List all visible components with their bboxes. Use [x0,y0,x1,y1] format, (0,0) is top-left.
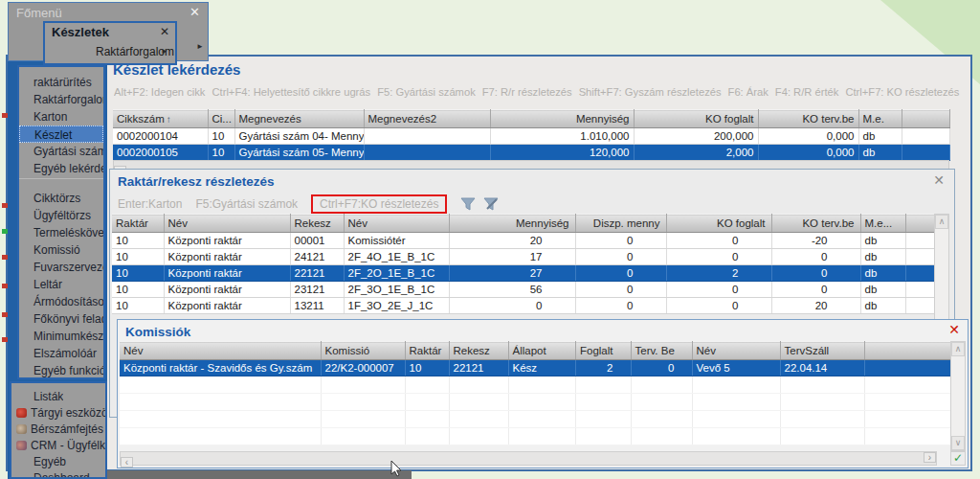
table-cell[interactable]: 10 [112,298,164,314]
table-cell[interactable]: db [860,265,905,282]
table-cell[interactable]: 0 [575,249,666,265]
sidebar-item[interactable]: Minimumkészle [19,328,103,345]
table-cell[interactable]: 2F_3O_1E_B_1C [344,282,449,298]
table-cell[interactable]: 24121 [290,249,344,265]
table-cell[interactable]: db [860,298,905,314]
table-cell[interactable]: 0 [575,233,666,249]
table-cell[interactable]: 1.010,000 [490,128,634,145]
table-cell[interactable] [905,265,935,282]
table-cell[interactable]: Központi raktár [164,249,290,265]
table-cell[interactable]: 0 [666,233,771,249]
column-header[interactable]: Raktár [112,215,164,233]
column-header[interactable]: Név [164,215,290,233]
column-header[interactable]: Megnevezés2 [364,110,490,128]
table-cell[interactable]: 0 [666,249,771,265]
column-header[interactable]: Foglalt [575,342,631,360]
table-cell[interactable]: db [858,145,902,161]
table-cell[interactable]: 2F_4O_1E_B_1C [344,249,449,265]
clear-filter-icon[interactable] [483,197,499,211]
table-cell[interactable]: Központi raktár [164,282,290,298]
sidebar-item-dashboard[interactable]: Dashboard [11,469,105,479]
column-header[interactable]: Komissió [321,342,405,360]
table-cell[interactable]: Központi raktár [164,298,290,314]
table-cell[interactable]: 22/K2-000007 [321,360,405,376]
column-header[interactable]: Mennyiség [490,110,634,128]
table-cell[interactable]: 20 [771,298,860,314]
sidebar-item[interactable]: Komissió [19,241,103,259]
table-cell[interactable] [364,145,490,161]
table-cell[interactable]: 0002000104 [113,128,208,145]
table-cell[interactable]: 200,000 [634,128,758,145]
table-row[interactable]: Központi raktár - Szavidős és Gy.szám22/… [120,360,954,376]
table-cell[interactable]: 2F_2O_1E_B_1C [344,265,449,282]
column-header[interactable]: Terv. Be [631,342,692,360]
column-header[interactable]: Rekesz [290,215,344,233]
sidebar-item-listak[interactable]: Listák [11,388,105,404]
table-cell[interactable]: Központi raktár [164,233,290,249]
table-cell[interactable] [902,145,949,161]
table-cell[interactable]: 56 [449,282,575,298]
table-row[interactable]: 10Központi raktár221212F_2O_1E_B_1C27020… [112,265,935,282]
scroll-right-button[interactable]: › [924,452,936,463]
table-cell[interactable]: 10 [112,249,164,265]
column-header[interactable]: Diszp. menny [575,215,666,233]
table-cell[interactable]: 10 [405,360,449,376]
table-cell[interactable]: 23121 [290,282,344,298]
sidebar-item[interactable]: Ármódosítások [19,293,103,310]
table-cell[interactable]: 2,000 [634,145,758,161]
table-cell[interactable]: db [860,249,905,265]
column-header[interactable]: Állapot [508,342,575,360]
table-cell[interactable]: Komissiótér [344,233,449,249]
column-header[interactable]: M.e... [860,215,905,233]
table-row[interactable]: 10Központi raktár241212F_4O_1E_B_1C17000… [112,249,935,265]
table-cell[interactable]: 0 [771,265,860,282]
sidebar-item-targyi-eszkozok[interactable]: Tárgyi eszközök [11,404,105,421]
table-cell[interactable]: 0 [666,282,771,298]
table-cell[interactable]: 0 [631,360,692,376]
scroll-down-button[interactable]: ∨ [951,436,965,450]
table-cell[interactable]: db [860,233,905,249]
column-header[interactable]: KO terv.be [771,215,860,233]
scroll-left-button[interactable]: ‹ [121,457,133,468]
table-cell[interactable] [864,360,954,376]
column-header[interactable]: KO terv.be [758,110,858,128]
close-icon[interactable]: ✕ [948,322,960,337]
table-cell[interactable]: 0 [771,249,860,265]
column-header[interactable]: Raktár [405,342,449,360]
column-header[interactable]: Név [344,215,449,233]
table-cell[interactable] [902,128,949,145]
vertical-scrollbar[interactable]: ∧ ∨ [950,341,966,451]
table-cell[interactable]: 0 [575,282,666,298]
column-header[interactable]: Ci... [208,110,234,128]
table-row[interactable]: 000200010510Gyártási szám 05- Menny120,0… [113,145,949,161]
table-cell[interactable]: Gyártási szám 04- Menny [234,128,364,145]
table-cell[interactable]: -20 [771,233,860,249]
filter-icon[interactable] [460,197,476,211]
column-header[interactable]: TervSzáll [780,342,864,360]
horizontal-scrollbar[interactable]: ‹ › [120,451,937,466]
table-cell[interactable]: 17 [449,249,575,265]
sidebar-item[interactable]: Elszámolóár [19,345,103,362]
table-row[interactable]: 10Központi raktár00001Komissiótér2000-20… [112,233,935,249]
sidebar-item[interactable]: Egyéb lekérdez [19,160,103,177]
table-cell[interactable]: 0 [575,298,666,314]
table-cell[interactable]: Központi raktár - Szavidős és Gy.szám [120,360,321,376]
column-header[interactable]: Cikkszám↑ [113,110,208,128]
table-cell[interactable]: 10 [112,265,164,282]
table-cell[interactable]: 10 [208,128,234,145]
table-cell[interactable]: db [860,282,905,298]
column-header[interactable]: KO foglalt [666,215,771,233]
table-cell[interactable]: Gyártási szám 05- Menny [234,145,364,161]
table-cell[interactable]: Központi raktár [164,265,290,282]
table-row[interactable]: 000200010410Gyártási szám 04- Menny1.010… [113,128,949,145]
sidebar-item[interactable]: Karton [19,108,103,125]
column-header[interactable]: M.e. [858,110,902,128]
sidebar-item-crm[interactable]: CRM - Ügyfélkap [11,437,105,453]
sidebar-item[interactable]: Készlet [19,125,103,143]
scroll-up-button[interactable]: ∧ [935,215,948,229]
table-cell[interactable]: 0 [771,282,860,298]
table-row[interactable]: 10Központi raktár132111F_3O_2E_J_1C00020… [112,298,935,314]
table-cell[interactable]: 13211 [290,298,344,314]
sidebar-item[interactable]: raktárürítés [19,74,103,91]
scroll-up-button[interactable]: ∧ [951,342,965,356]
